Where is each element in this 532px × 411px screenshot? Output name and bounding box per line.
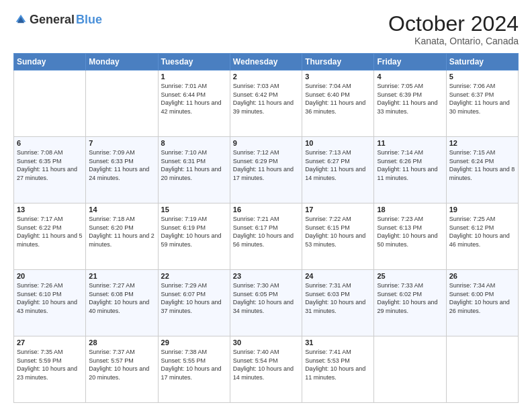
cell-info: Sunset: 6:42 PM bbox=[233, 91, 299, 99]
cell-info: Daylight: 11 hours and 8 minutes. bbox=[449, 165, 515, 182]
cell-info: Sunrise: 7:19 AM bbox=[161, 215, 227, 224]
cell-info: Sunset: 5:53 PM bbox=[305, 357, 371, 365]
day-number: 31 bbox=[305, 338, 371, 347]
calendar-cell: 13Sunrise: 7:17 AMSunset: 6:22 PMDayligh… bbox=[14, 203, 86, 270]
cell-info: Sunrise: 7:40 AM bbox=[233, 348, 299, 357]
calendar-cell: 15Sunrise: 7:19 AMSunset: 6:19 PMDayligh… bbox=[158, 203, 230, 270]
calendar-cell: 21Sunrise: 7:27 AMSunset: 6:08 PMDayligh… bbox=[86, 270, 158, 336]
cell-info: Sunset: 6:13 PM bbox=[377, 224, 443, 232]
weekday-header-row: SundayMondayTuesdayWednesdayThursdayFrid… bbox=[14, 54, 519, 71]
calendar-cell: 10Sunrise: 7:13 AMSunset: 6:27 PMDayligh… bbox=[302, 137, 374, 203]
day-number: 8 bbox=[161, 139, 227, 147]
cell-info: Daylight: 10 hours and 17 minutes. bbox=[161, 365, 227, 381]
day-number: 5 bbox=[449, 73, 515, 81]
cell-info: Sunset: 5:54 PM bbox=[233, 357, 299, 365]
cell-info: Sunrise: 7:33 AM bbox=[377, 281, 443, 290]
day-number: 25 bbox=[377, 272, 443, 280]
cell-info: Sunrise: 7:25 AM bbox=[449, 215, 515, 224]
calendar-cell: 25Sunrise: 7:33 AMSunset: 6:02 PMDayligh… bbox=[374, 270, 446, 336]
calendar-cell bbox=[86, 71, 158, 137]
cell-info: Sunrise: 7:12 AM bbox=[233, 148, 299, 157]
cell-info: Sunrise: 7:35 AM bbox=[17, 348, 83, 357]
cell-info: Daylight: 11 hours and 17 minutes. bbox=[233, 165, 299, 182]
cell-info: Daylight: 11 hours and 36 minutes. bbox=[305, 99, 371, 116]
cell-info: Sunset: 5:59 PM bbox=[17, 357, 83, 365]
header: GeneralBlue October 2024 Kanata, Ontario… bbox=[13, 12, 519, 46]
cell-info: Sunset: 6:07 PM bbox=[161, 290, 227, 299]
cell-info: Sunrise: 7:34 AM bbox=[449, 281, 515, 290]
cell-info: Sunrise: 7:01 AM bbox=[161, 82, 227, 91]
cell-info: Sunrise: 7:37 AM bbox=[89, 348, 154, 357]
cell-info: Sunset: 6:26 PM bbox=[377, 157, 443, 166]
cell-info: Sunrise: 7:17 AM bbox=[17, 215, 83, 224]
cell-info: Sunset: 6:05 PM bbox=[233, 290, 299, 299]
day-number: 19 bbox=[449, 205, 515, 214]
cell-info: Sunrise: 7:14 AM bbox=[377, 148, 443, 157]
weekday-header-thursday: Thursday bbox=[302, 54, 374, 71]
cell-info: Sunset: 6:08 PM bbox=[89, 290, 154, 299]
cell-info: Daylight: 10 hours and 53 minutes. bbox=[305, 232, 371, 248]
calendar-cell: 11Sunrise: 7:14 AMSunset: 6:26 PMDayligh… bbox=[374, 137, 446, 203]
cell-info: Sunrise: 7:41 AM bbox=[305, 348, 371, 357]
week-row-3: 20Sunrise: 7:26 AMSunset: 6:10 PMDayligh… bbox=[14, 270, 519, 336]
cell-info: Sunset: 6:27 PM bbox=[305, 157, 371, 166]
day-number: 30 bbox=[233, 338, 299, 347]
cell-info: Sunrise: 7:10 AM bbox=[161, 148, 227, 157]
day-number: 21 bbox=[89, 272, 154, 280]
calendar-cell: 7Sunrise: 7:09 AMSunset: 6:33 PMDaylight… bbox=[86, 137, 158, 203]
cell-info: Sunrise: 7:30 AM bbox=[233, 281, 299, 290]
cell-info: Sunset: 6:12 PM bbox=[449, 224, 515, 232]
day-number: 3 bbox=[305, 73, 371, 81]
cell-info: Daylight: 10 hours and 56 minutes. bbox=[233, 232, 299, 248]
day-number: 23 bbox=[233, 272, 299, 280]
cell-info: Sunset: 6:40 PM bbox=[305, 91, 371, 99]
calendar-cell: 26Sunrise: 7:34 AMSunset: 6:00 PMDayligh… bbox=[446, 270, 518, 336]
day-number: 13 bbox=[17, 205, 83, 214]
day-number: 14 bbox=[89, 205, 154, 214]
calendar-cell: 16Sunrise: 7:21 AMSunset: 6:17 PMDayligh… bbox=[230, 203, 302, 270]
calendar-cell: 27Sunrise: 7:35 AMSunset: 5:59 PMDayligh… bbox=[14, 336, 86, 403]
cell-info: Daylight: 11 hours and 30 minutes. bbox=[449, 99, 515, 116]
logo-area: GeneralBlue bbox=[13, 12, 102, 27]
calendar-cell: 18Sunrise: 7:23 AMSunset: 6:13 PMDayligh… bbox=[374, 203, 446, 270]
day-number: 7 bbox=[89, 139, 154, 147]
calendar-cell: 23Sunrise: 7:30 AMSunset: 6:05 PMDayligh… bbox=[230, 270, 302, 336]
cell-info: Daylight: 11 hours and 27 minutes. bbox=[17, 165, 83, 182]
cell-info: Sunset: 6:03 PM bbox=[305, 290, 371, 299]
calendar-cell: 22Sunrise: 7:29 AMSunset: 6:07 PMDayligh… bbox=[158, 270, 230, 336]
cell-info: Daylight: 11 hours and 14 minutes. bbox=[305, 165, 371, 182]
cell-info: Sunset: 6:24 PM bbox=[449, 157, 515, 166]
cell-info: Sunrise: 7:27 AM bbox=[89, 281, 154, 290]
day-number: 28 bbox=[89, 338, 154, 347]
cell-info: Daylight: 11 hours and 33 minutes. bbox=[377, 99, 443, 116]
day-number: 16 bbox=[233, 205, 299, 214]
day-number: 9 bbox=[233, 139, 299, 147]
cell-info: Sunrise: 7:26 AM bbox=[17, 281, 83, 290]
day-number: 22 bbox=[161, 272, 227, 280]
day-number: 15 bbox=[161, 205, 227, 214]
cell-info: Sunset: 6:02 PM bbox=[377, 290, 443, 299]
cell-info: Sunrise: 7:38 AM bbox=[161, 348, 227, 357]
calendar-table: SundayMondayTuesdayWednesdayThursdayFrid… bbox=[13, 53, 519, 403]
day-number: 26 bbox=[449, 272, 515, 280]
cell-info: Sunset: 6:20 PM bbox=[89, 224, 154, 232]
cell-info: Daylight: 10 hours and 50 minutes. bbox=[377, 232, 443, 248]
cell-info: Sunrise: 7:06 AM bbox=[449, 82, 515, 91]
cell-info: Daylight: 10 hours and 59 minutes. bbox=[161, 232, 227, 248]
cell-info: Sunset: 6:39 PM bbox=[377, 91, 443, 99]
week-row-4: 27Sunrise: 7:35 AMSunset: 5:59 PMDayligh… bbox=[14, 336, 519, 403]
calendar-cell: 14Sunrise: 7:18 AMSunset: 6:20 PMDayligh… bbox=[86, 203, 158, 270]
cell-info: Daylight: 11 hours and 42 minutes. bbox=[161, 99, 227, 116]
cell-info: Daylight: 10 hours and 46 minutes. bbox=[449, 232, 515, 248]
day-number: 2 bbox=[233, 73, 299, 81]
cell-info: Sunrise: 7:15 AM bbox=[449, 148, 515, 157]
day-number: 12 bbox=[449, 139, 515, 147]
cell-info: Sunrise: 7:29 AM bbox=[161, 281, 227, 290]
cell-info: Sunset: 6:19 PM bbox=[161, 224, 227, 232]
day-number: 27 bbox=[17, 338, 83, 347]
calendar-cell bbox=[446, 336, 518, 403]
calendar-cell: 2Sunrise: 7:03 AMSunset: 6:42 PMDaylight… bbox=[230, 71, 302, 137]
calendar-cell: 24Sunrise: 7:31 AMSunset: 6:03 PMDayligh… bbox=[302, 270, 374, 336]
weekday-header-friday: Friday bbox=[374, 54, 446, 71]
cell-info: Daylight: 10 hours and 20 minutes. bbox=[89, 365, 154, 381]
